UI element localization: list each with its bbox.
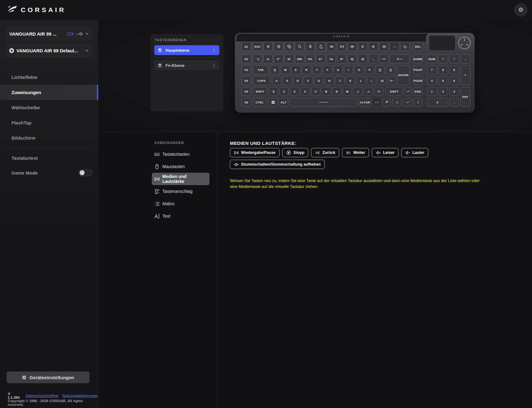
key-d[interactable]: D — [293, 76, 302, 85]
key-m[interactable]: M — [343, 87, 352, 96]
sidebar-item-tastaturtest[interactable]: Tastaturtest — [0, 150, 98, 166]
sidebar-item-bildschirm[interactable]: Bildschirm — [0, 130, 98, 145]
key-moon[interactable] — [316, 42, 325, 51]
assignment-item-tastaturtasten[interactable]: Tastaturtasten — [152, 148, 209, 160]
key-shift[interactable]: SHIFT — [385, 87, 403, 96]
settings-button[interactable]: ⚙ — [514, 3, 528, 17]
key-7[interactable]: 7& — [327, 54, 336, 63]
key-mic[interactable] — [306, 42, 315, 51]
layer-item-fn-ebene[interactable]: Fn-Ebene⋮ — [154, 60, 219, 70]
key-chevron-left[interactable] — [392, 98, 402, 107]
key-item[interactable]: `¬¦ — [253, 54, 262, 63]
key-b[interactable]: B — [322, 87, 331, 96]
key-num[interactable]: NUM — [427, 54, 437, 63]
key-r[interactable]: R — [302, 65, 311, 74]
key-o[interactable]: O — [354, 65, 364, 74]
key-vol-up[interactable] — [379, 42, 389, 51]
key-6[interactable]: 6^ — [316, 54, 325, 63]
key-end[interactable]: END — [413, 87, 423, 96]
key-ent[interactable]: ENT — [460, 87, 470, 107]
key-item[interactable]: ,< — [353, 87, 363, 96]
key-8[interactable]: 8* — [337, 54, 346, 63]
key-c[interactable]: C — [301, 87, 310, 96]
layer-item-hauptebene[interactable]: Hauptebene⋮ — [154, 45, 219, 55]
assignment-item-text[interactable]: Text — [152, 210, 209, 222]
key-fast-forward[interactable] — [348, 42, 357, 51]
key-tiles[interactable] — [284, 42, 294, 51]
key-7[interactable]: 7 — [427, 65, 437, 74]
key-alt[interactable]: ALT — [279, 98, 288, 107]
key-vol-down[interactable] — [369, 42, 378, 51]
key-5[interactable]: 5 — [438, 76, 448, 85]
key-item[interactable]: + — [460, 65, 470, 85]
kebab-menu-icon[interactable]: ⋮ — [211, 48, 217, 53]
key-item[interactable]: .> — [364, 87, 373, 96]
key-u[interactable]: U — [333, 65, 343, 74]
key-backspace[interactable] — [390, 54, 410, 63]
key-altgr[interactable]: ALTGR — [359, 98, 371, 107]
key-3[interactable]: 3£ — [284, 54, 294, 63]
key-shift[interactable]: SHIFT — [253, 87, 267, 96]
key-s3[interactable]: S3 — [242, 65, 251, 74]
key-z[interactable]: Z — [279, 87, 289, 96]
key-e[interactable]: E — [291, 65, 301, 74]
media-button-lauter[interactable]: Lauter — [401, 148, 428, 157]
assignment-item-maustasten[interactable]: Maustasten — [152, 160, 209, 173]
media-button-zur-ck[interactable]: Zurück — [311, 148, 339, 157]
key-s2[interactable]: S2 — [242, 54, 251, 63]
key-f[interactable]: F — [304, 76, 313, 85]
key-1[interactable]: 1 — [427, 87, 437, 96]
media-button-stopp[interactable]: Stopp — [282, 148, 308, 157]
device-selector[interactable]: VANGUARD AIR 99 ... — [6, 27, 93, 41]
key-fn[interactable]: FN — [372, 98, 381, 107]
key-windows[interactable] — [268, 98, 278, 107]
key-pgdn[interactable]: PGDN — [413, 76, 423, 85]
key-item[interactable]: ;: — [367, 76, 376, 85]
key-s6[interactable]: S6 — [242, 98, 251, 107]
key-icue[interactable] — [400, 42, 410, 51]
key-3[interactable]: 3 — [449, 87, 459, 96]
key-item[interactable]: . — [449, 98, 459, 107]
key-q[interactable]: Q — [270, 65, 279, 74]
key-ctrl[interactable]: CTRL — [253, 98, 266, 107]
key-item[interactable]: /? — [374, 87, 384, 96]
key-4[interactable]: 4 — [427, 76, 437, 85]
key-s4[interactable]: S4 — [242, 76, 251, 85]
key-p[interactable]: P — [365, 65, 374, 74]
key-a[interactable]: A — [272, 76, 281, 85]
key-g[interactable]: G — [314, 76, 323, 85]
key-item[interactable]: * — [449, 54, 459, 63]
key-tab[interactable]: TAB — [253, 65, 268, 74]
key-item[interactable]: '@ — [377, 76, 387, 85]
key-y[interactable]: Y — [323, 65, 332, 74]
footer-link-nutzungsbedingungen[interactable]: Nutzungsbedingungen — [62, 394, 98, 397]
key-h[interactable]: H — [325, 76, 334, 85]
key-chevron-down[interactable] — [403, 98, 412, 107]
key-chevron-up[interactable] — [404, 87, 412, 96]
key-enter[interactable]: ENTER — [397, 65, 410, 85]
footer-link-datenschutzrichtlinie[interactable]: Datenschutzrichtlinie — [26, 394, 59, 397]
media-button-leiser[interactable]: Leiser — [372, 148, 398, 157]
assignment-item-tastenanschlag[interactable]: Tastenanschlag — [152, 185, 209, 197]
key-2[interactable]: 2" — [274, 54, 283, 63]
key-x[interactable]: X — [290, 87, 299, 96]
key-item[interactable]: / — [438, 54, 448, 63]
key-s1[interactable]: S1 — [242, 42, 251, 51]
game-mode-toggle[interactable] — [79, 170, 92, 176]
key-6[interactable]: 6 — [449, 76, 459, 85]
key-4[interactable]: 4$€ — [295, 54, 304, 63]
key-5[interactable]: 5% — [306, 54, 315, 63]
key-pgup[interactable]: PGUP — [413, 65, 423, 74]
key-brightness-high[interactable] — [274, 42, 283, 51]
key-s[interactable]: S — [283, 76, 292, 85]
key-search[interactable] — [295, 42, 304, 51]
device-settings-button[interactable]: ⚙ Geräteeinstellungen — [7, 371, 90, 383]
key-corsair-key[interactable] — [382, 98, 391, 107]
key-0[interactable]: 0) — [358, 54, 367, 63]
key-play-pause[interactable] — [337, 42, 346, 51]
media-button-wiedergabe-pause[interactable]: Wiedergabe/Pause — [230, 148, 279, 157]
key-rewind[interactable] — [327, 42, 336, 51]
key-8[interactable]: 8 — [438, 65, 448, 74]
key-k[interactable]: K — [346, 76, 355, 85]
key-9[interactable]: 9 — [449, 65, 459, 74]
